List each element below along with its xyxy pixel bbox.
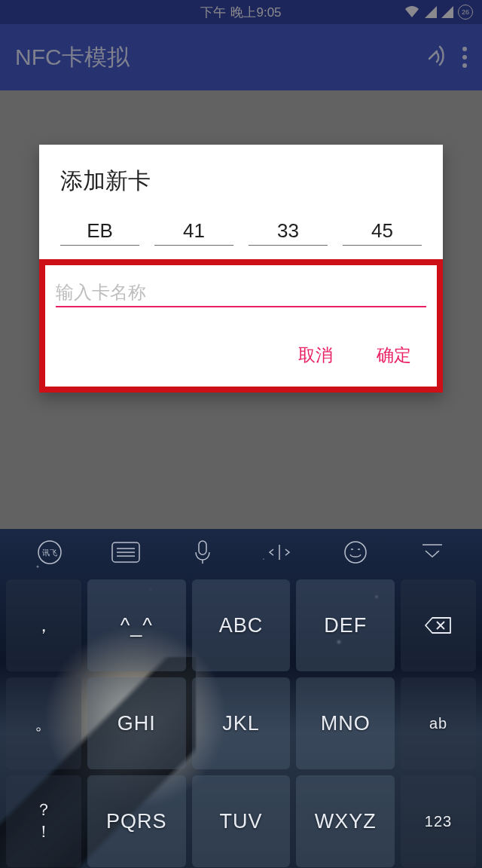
key-def[interactable]: DEF bbox=[296, 579, 395, 671]
hex-byte-1[interactable] bbox=[60, 219, 139, 246]
hex-byte-4[interactable] bbox=[343, 219, 422, 246]
soft-keyboard: 讯飞 ， ^_^ ABC DEF 。 GHI JKL MNO ab bbox=[0, 529, 482, 868]
key-mno[interactable]: MNO bbox=[296, 677, 395, 769]
hex-byte-3[interactable] bbox=[249, 219, 328, 246]
key-tuv[interactable]: TUV bbox=[192, 775, 291, 867]
highlight-annotation: 取消 确定 bbox=[39, 259, 443, 393]
keyboard-layout-icon[interactable] bbox=[111, 537, 141, 567]
key-backspace[interactable] bbox=[401, 579, 476, 671]
svg-point-9 bbox=[345, 542, 366, 563]
key-numeric-mode[interactable]: 123 bbox=[401, 775, 476, 867]
key-punctuation[interactable]: ？！ bbox=[6, 775, 81, 867]
key-comma[interactable]: ， bbox=[6, 579, 81, 671]
key-1[interactable]: ^_^ bbox=[87, 579, 186, 671]
keyboard-toolbar: 讯飞 bbox=[0, 529, 482, 576]
key-jkl[interactable]: JKL bbox=[192, 677, 291, 769]
add-card-dialog: 添加新卡 取消 确定 bbox=[39, 145, 443, 393]
cursor-icon[interactable] bbox=[264, 537, 294, 567]
confirm-button[interactable]: 确定 bbox=[374, 338, 414, 373]
hex-input-row bbox=[39, 204, 443, 255]
card-name-input[interactable] bbox=[56, 279, 426, 307]
dialog-title: 添加新卡 bbox=[39, 145, 443, 204]
key-period[interactable]: 。 bbox=[6, 677, 81, 769]
key-alpha-mode[interactable]: ab bbox=[401, 677, 476, 769]
key-wxyz[interactable]: WXYZ bbox=[296, 775, 395, 867]
collapse-keyboard-icon[interactable] bbox=[417, 537, 447, 567]
svg-rect-6 bbox=[199, 541, 206, 555]
cancel-button[interactable]: 取消 bbox=[295, 338, 336, 373]
svg-text:讯飞: 讯飞 bbox=[42, 549, 57, 557]
key-pqrs[interactable]: PQRS bbox=[87, 775, 186, 867]
hex-byte-2[interactable] bbox=[154, 219, 233, 246]
emoji-icon[interactable] bbox=[340, 537, 371, 567]
mic-icon[interactable] bbox=[188, 537, 218, 567]
key-abc[interactable]: ABC bbox=[192, 579, 291, 671]
key-ghi[interactable]: GHI bbox=[87, 677, 186, 769]
keyboard-brand-icon[interactable]: 讯飞 bbox=[35, 537, 65, 567]
